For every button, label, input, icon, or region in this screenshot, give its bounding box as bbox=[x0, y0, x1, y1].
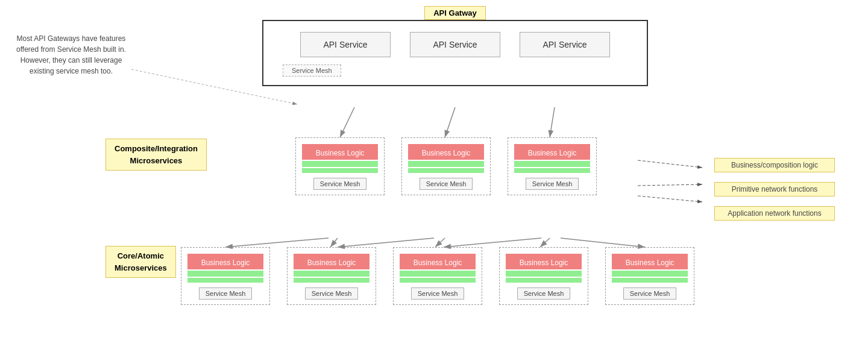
service-mesh-c2: Service Mesh bbox=[420, 178, 473, 190]
composite-group: Business Logic Service Mesh Business Log… bbox=[295, 137, 597, 195]
app-bar-k4 bbox=[506, 278, 582, 283]
service-mesh-k5: Service Mesh bbox=[623, 287, 677, 300]
api-service-box-3: API Service bbox=[520, 32, 610, 57]
business-logic-k4: Business Logic bbox=[506, 254, 582, 269]
app-bar-k1 bbox=[187, 278, 263, 283]
service-mesh-c1: Service Mesh bbox=[313, 178, 367, 190]
primitive-bar-k4 bbox=[506, 271, 582, 277]
business-logic-c2: Business Logic bbox=[408, 144, 484, 160]
app-bar-k2 bbox=[294, 278, 370, 283]
business-logic-k3: Business Logic bbox=[400, 254, 476, 269]
right-ann-2: Primitive network functions bbox=[714, 182, 835, 196]
core-ms-5: Business Logic Service Mesh bbox=[605, 247, 694, 305]
c2-to-k2 bbox=[338, 238, 434, 247]
api-gateway-box: API Service API Service API Service Serv… bbox=[262, 20, 648, 86]
right-annotations: Business/composition logic Primitive net… bbox=[714, 158, 835, 221]
primitive-bar-k1 bbox=[187, 271, 263, 277]
api-gateway-label: API Gatway bbox=[424, 6, 486, 20]
business-logic-c1: Business Logic bbox=[302, 144, 378, 160]
diagram-container: Most API Gateways have features offered … bbox=[0, 0, 868, 361]
gw-to-comp2 bbox=[445, 107, 455, 137]
right-ann-3: Application network functions bbox=[714, 206, 835, 221]
business-logic-k5: Business Logic bbox=[612, 254, 688, 269]
service-mesh-k4: Service Mesh bbox=[517, 287, 571, 300]
api-services-row: API Service API Service API Service bbox=[278, 32, 632, 57]
ann-primitive bbox=[638, 184, 702, 186]
c1-to-k2 bbox=[330, 238, 338, 247]
core-label: Core/Atomic Microservices bbox=[105, 246, 176, 278]
right-ann-1: Business/composition logic bbox=[714, 158, 835, 172]
app-bar-k3 bbox=[400, 278, 476, 283]
ann-bus-logic bbox=[638, 160, 702, 168]
c2-to-k3 bbox=[435, 238, 445, 247]
composite-label: Composite/Integration Microservices bbox=[105, 139, 207, 171]
primitive-bar-k2 bbox=[294, 271, 370, 277]
service-mesh-k1: Service Mesh bbox=[199, 287, 253, 300]
core-ms-3: Business Logic Service Mesh bbox=[393, 247, 482, 305]
annotation-text: Most API Gateways have features offered … bbox=[16, 34, 126, 75]
c3-to-k4 bbox=[540, 238, 550, 247]
business-logic-k1: Business Logic bbox=[187, 254, 263, 269]
c1-to-k1 bbox=[225, 238, 329, 247]
api-service-box-2: API Service bbox=[410, 32, 500, 57]
app-bar-c3 bbox=[514, 168, 590, 173]
gw-to-comp1 bbox=[340, 107, 354, 137]
composite-ms-1: Business Logic Service Mesh bbox=[295, 137, 385, 195]
api-service-box-1: API Service bbox=[300, 32, 391, 57]
api-gateway-wrapper: API Gatway API Service API Service API S… bbox=[262, 6, 648, 86]
service-mesh-k2: Service Mesh bbox=[305, 287, 359, 300]
api-service-mesh: Service Mesh bbox=[283, 64, 341, 77]
composite-ms-2: Business Logic Service Mesh bbox=[401, 137, 491, 195]
service-mesh-c3: Service Mesh bbox=[526, 178, 579, 190]
ann-app-net bbox=[638, 196, 702, 202]
composite-ms-3: Business Logic Service Mesh bbox=[508, 137, 597, 195]
primitive-bar-k3 bbox=[400, 271, 476, 277]
core-ms-2: Business Logic Service Mesh bbox=[287, 247, 376, 305]
app-bar-k5 bbox=[612, 278, 688, 283]
business-logic-c3: Business Logic bbox=[514, 144, 590, 160]
app-bar-c2 bbox=[408, 168, 484, 173]
c3-to-k5 bbox=[561, 238, 645, 247]
annotation-left: Most API Gateways have features offered … bbox=[11, 33, 131, 77]
core-ms-4: Business Logic Service Mesh bbox=[499, 247, 588, 305]
c3-to-k3 bbox=[444, 238, 541, 247]
primitive-bar-c3 bbox=[514, 161, 590, 167]
app-bar-c1 bbox=[302, 168, 378, 173]
business-logic-k2: Business Logic bbox=[294, 254, 370, 269]
service-mesh-k3: Service Mesh bbox=[411, 287, 465, 300]
core-ms-1: Business Logic Service Mesh bbox=[181, 247, 270, 305]
primitive-bar-c1 bbox=[302, 161, 378, 167]
primitive-bar-c2 bbox=[408, 161, 484, 167]
gw-to-comp3 bbox=[550, 107, 555, 137]
primitive-bar-k5 bbox=[612, 271, 688, 277]
core-group: Business Logic Service Mesh Business Log… bbox=[181, 247, 694, 305]
